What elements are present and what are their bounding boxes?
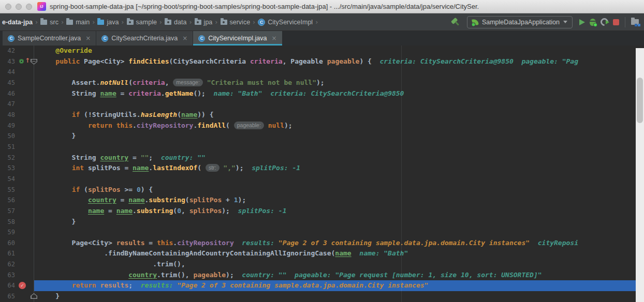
line-number[interactable]: 53 <box>0 163 18 174</box>
line-number[interactable]: 57 <box>0 206 18 217</box>
line-number[interactable]: 51 <box>0 142 18 153</box>
line-number[interactable]: 54 <box>0 174 18 185</box>
close-window-button[interactable] <box>5 4 11 10</box>
code-text[interactable] <box>34 99 644 110</box>
gutter[interactable] <box>18 110 34 120</box>
code-text[interactable]: public Page<City> findCities(CitySearchC… <box>34 56 644 67</box>
line-number[interactable]: 45 <box>0 78 18 88</box>
code-text[interactable]: .trim(), <box>34 259 644 270</box>
breadcrumb-item-jpa[interactable]: jpa <box>194 19 214 26</box>
gutter[interactable] <box>18 185 34 195</box>
gutter[interactable] <box>18 99 34 110</box>
tool-window-icon[interactable] <box>631 19 639 25</box>
code-text[interactable] <box>34 174 644 185</box>
code-text[interactable] <box>34 67 644 78</box>
gutter[interactable] <box>18 46 34 56</box>
gutter[interactable]: ✓ <box>18 280 34 291</box>
line-number[interactable]: 46 <box>0 88 18 99</box>
breakpoint-verified-icon[interactable]: ✓ <box>19 282 26 289</box>
build-hammer-icon[interactable] <box>449 16 462 28</box>
line-number[interactable]: 52 <box>0 153 18 163</box>
gutter[interactable] <box>18 291 34 302</box>
gutter[interactable] <box>18 174 34 185</box>
gutter[interactable] <box>18 270 34 281</box>
line-number[interactable]: 42 <box>0 46 18 56</box>
breadcrumb-item-sample[interactable]: sample <box>126 19 158 26</box>
fold-marker-icon[interactable] <box>31 59 37 65</box>
gutter[interactable] <box>18 238 34 249</box>
breadcrumb-item-main[interactable]: main <box>65 19 91 26</box>
line-number[interactable]: 62 <box>0 259 18 270</box>
breadcrumb-item-src[interactable]: src <box>39 19 60 26</box>
gutter[interactable] <box>18 67 34 78</box>
code-text[interactable]: @Override <box>34 46 644 56</box>
minimize-window-button[interactable] <box>16 4 22 10</box>
gutter[interactable] <box>18 217 34 228</box>
overrides-method-icon[interactable] <box>19 59 24 64</box>
gutter[interactable] <box>18 195 34 206</box>
line-number[interactable]: 44 <box>0 67 18 78</box>
code-text[interactable] <box>34 142 644 153</box>
gutter[interactable] <box>18 259 34 270</box>
code-text[interactable]: .findByNameContainingAndCountryContainin… <box>34 248 644 259</box>
gutter[interactable]: ↑ <box>18 56 34 67</box>
line-number[interactable]: 63 <box>0 270 18 281</box>
code-text[interactable]: } <box>34 291 644 302</box>
tab-CityServiceImpl.java[interactable]: CCityServiceImpl.java× <box>193 31 282 46</box>
tab-SampleController.java[interactable]: CSampleController.java× <box>3 31 96 46</box>
stop-button[interactable] <box>613 19 619 25</box>
zoom-window-button[interactable] <box>26 4 32 10</box>
code-text[interactable]: country = name.substring(splitPos + 1); <box>34 195 644 206</box>
breadcrumb-item-service[interactable]: service <box>219 19 252 26</box>
debug-button[interactable] <box>590 19 596 26</box>
line-number[interactable]: 61 <box>0 248 18 259</box>
code-text[interactable]: country.trim(), pageable); country: "" p… <box>34 270 644 281</box>
code-text[interactable]: Page<City> results = this.cityRepository… <box>34 238 644 249</box>
line-number[interactable]: 48 <box>0 110 18 120</box>
run-button[interactable] <box>579 19 585 25</box>
line-number[interactable]: 49 <box>0 120 18 131</box>
breadcrumb-item-java[interactable]: java <box>96 19 120 26</box>
code-text[interactable]: if (!StringUtils.hasLength(name)) { <box>34 110 644 120</box>
line-number[interactable]: 59 <box>0 227 18 238</box>
line-number[interactable]: 47 <box>0 99 18 110</box>
line-number[interactable]: 64 <box>0 280 18 291</box>
line-number[interactable]: 60 <box>0 238 18 249</box>
fold-marker-icon[interactable] <box>31 293 37 299</box>
gutter[interactable] <box>18 78 34 88</box>
gutter[interactable] <box>18 131 34 142</box>
line-number[interactable]: 50 <box>0 131 18 142</box>
run-with-coverage-button[interactable] <box>601 18 608 26</box>
code-text[interactable]: name = name.substring(0, splitPos); spli… <box>34 206 644 217</box>
breadcrumb-item-data[interactable]: data <box>164 19 187 26</box>
close-tab-icon[interactable]: × <box>85 35 91 42</box>
page-scrollbar-track[interactable] <box>636 48 644 302</box>
code-editor[interactable]: 42 @Override43↑ public Page<City> findCi… <box>0 46 644 302</box>
gutter[interactable] <box>18 153 34 163</box>
tab-CitySearchCriteria.java[interactable]: CCitySearchCriteria.java× <box>96 31 193 46</box>
gutter[interactable] <box>18 227 34 238</box>
breadcrumb-item-e-data-jpa[interactable]: e-data-jpa <box>1 19 34 26</box>
line-number[interactable]: 58 <box>0 217 18 228</box>
gutter[interactable] <box>18 120 34 131</box>
gutter[interactable] <box>18 248 34 259</box>
run-configuration-select[interactable]: SampleDataJpaApplication <box>467 16 573 28</box>
line-number[interactable]: 65 <box>0 291 18 302</box>
code-text[interactable] <box>34 227 644 238</box>
code-text[interactable]: return this.cityRepository.findAll( page… <box>34 120 644 131</box>
code-text[interactable]: } <box>34 131 644 142</box>
code-text[interactable]: return results; results: "Page 2 of 3 co… <box>34 280 644 291</box>
gutter[interactable] <box>18 142 34 153</box>
close-tab-icon[interactable]: × <box>271 35 276 42</box>
close-tab-icon[interactable]: × <box>182 35 187 42</box>
gutter[interactable] <box>18 88 34 99</box>
gutter[interactable] <box>18 163 34 174</box>
line-number[interactable]: 43 <box>0 56 18 67</box>
code-text[interactable]: int splitPos = name.lastIndexOf( str: ",… <box>34 163 644 174</box>
code-text[interactable]: if (splitPos >= 0) { <box>34 185 644 195</box>
line-number[interactable]: 55 <box>0 185 18 195</box>
line-number[interactable]: 56 <box>0 195 18 206</box>
breadcrumb-item-CityServiceImpl[interactable]: CCityServiceImpl <box>257 19 314 26</box>
page-scrollbar-thumb[interactable] <box>637 78 643 123</box>
code-text[interactable]: } <box>34 217 644 228</box>
